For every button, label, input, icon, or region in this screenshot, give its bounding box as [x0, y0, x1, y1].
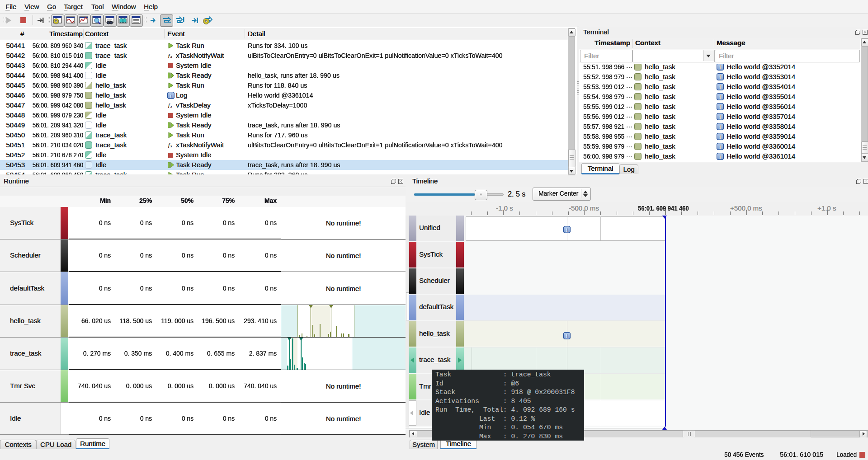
svg-text:x: x [170, 144, 172, 148]
svg-text:x: x [170, 55, 172, 59]
svg-text:x: x [170, 104, 172, 108]
